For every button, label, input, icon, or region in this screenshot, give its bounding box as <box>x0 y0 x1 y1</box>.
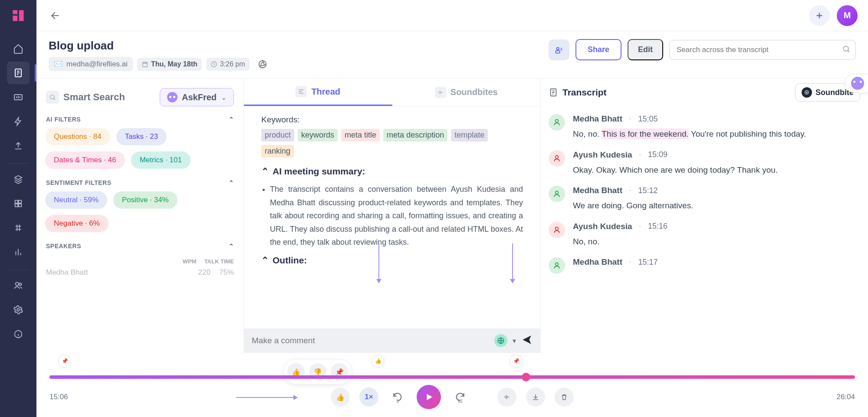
tab-thread[interactable]: Thread <box>244 79 392 106</box>
filter-metrics[interactable]: Metrics · 101 <box>131 151 191 169</box>
speakers-header[interactable]: SPEAKERS⌃ <box>44 240 236 255</box>
comment-bar: ▾ <box>244 328 540 353</box>
forward-button[interactable]: 15 <box>450 387 470 407</box>
annotation-arrow <box>378 243 379 282</box>
download-button[interactable] <box>526 387 545 407</box>
assistant-float-button[interactable] <box>845 74 868 93</box>
sentiment-header[interactable]: SENTIMENT FILTERS⌃ <box>44 177 236 191</box>
nav-layers[interactable] <box>7 168 30 190</box>
keyword[interactable]: meta title <box>341 129 380 141</box>
speaker-name: Medha Bhatt <box>573 114 622 124</box>
keyword[interactable]: meta description <box>383 129 447 141</box>
svg-point-7 <box>19 283 22 286</box>
keyword[interactable]: product <box>261 129 294 141</box>
askfred-button[interactable]: AskFred ⌄ <box>160 88 234 106</box>
nav-apps[interactable] <box>7 192 30 215</box>
transcript-row[interactable]: Medha Bhatt·15:17 <box>549 257 860 274</box>
new-button[interactable] <box>809 5 830 26</box>
pin-marker[interactable]: 📌 <box>58 355 71 368</box>
thumbs-button[interactable]: 👍 <box>331 387 350 407</box>
chevron-down-icon[interactable]: ▾ <box>513 337 516 345</box>
timestamp[interactable]: 15:16 <box>648 222 667 231</box>
play-button[interactable] <box>417 385 441 409</box>
nav-settings[interactable] <box>7 299 30 321</box>
sentiment-positive[interactable]: Positive · 34% <box>113 191 178 209</box>
svg-point-22 <box>556 191 559 194</box>
nav-recordings[interactable] <box>7 86 30 108</box>
speaker-row[interactable]: Medha Bhatt 22075% <box>44 266 236 279</box>
ai-filters-header[interactable]: AI FILTERS⌃ <box>44 113 236 128</box>
nav-notes[interactable] <box>7 62 30 84</box>
summary-text: The transcript contains a conversation b… <box>270 183 523 249</box>
tab-soundbites[interactable]: Soundbites <box>392 79 541 106</box>
participants-button[interactable] <box>549 39 569 60</box>
svg-point-13 <box>261 62 264 66</box>
svg-rect-10 <box>143 62 148 67</box>
filter-dates[interactable]: Dates & Times · 46 <box>45 151 125 169</box>
outline-header[interactable]: ⌃Outline: <box>261 255 523 266</box>
timestamp[interactable]: 15:12 <box>638 186 658 195</box>
user-avatar[interactable]: M <box>837 5 858 26</box>
transcript-row[interactable]: Ayush Kudesia·15:16No, no. <box>549 222 860 248</box>
soundbite-icon: ⦾ <box>802 87 812 98</box>
nav-analytics[interactable] <box>7 241 30 263</box>
nav-team[interactable] <box>7 274 30 297</box>
transcript-search-input[interactable] <box>669 40 856 60</box>
sidebar <box>0 0 36 417</box>
keywords-label: Keywords: <box>261 115 523 125</box>
topbar: M <box>36 0 868 31</box>
delete-button[interactable] <box>555 387 574 407</box>
transcript-text: We are doing. Gong alternatives. <box>573 200 860 212</box>
chrome-icon[interactable] <box>256 58 269 70</box>
keyword[interactable]: template <box>451 129 488 141</box>
transcript-panel: Transcript ⦾Soundbite Medha Bhatt·15:05N… <box>541 78 868 353</box>
timeline[interactable] <box>49 375 855 379</box>
transcript-row[interactable]: Ayush Kudesia·15:09Okay. Okay. Which one… <box>549 150 860 177</box>
soundbites-icon <box>435 87 446 98</box>
speaker-avatar <box>549 150 565 167</box>
edit-button[interactable]: Edit <box>628 39 663 60</box>
keyword[interactable]: keywords <box>298 129 338 141</box>
send-button[interactable] <box>521 334 533 347</box>
svg-point-21 <box>556 155 559 158</box>
timestamp[interactable]: 15:05 <box>638 115 658 124</box>
speed-button[interactable]: 1× <box>359 387 378 407</box>
sentiment-neutral[interactable]: Neutral · 59% <box>45 191 107 209</box>
annotation-arrow <box>512 243 513 282</box>
transcript-row[interactable]: Medha Bhatt·15:12We are doing. Gong alte… <box>549 186 860 212</box>
transcript-text: Okay. Okay. Which one are we doing today… <box>573 164 860 177</box>
keyword[interactable]: ranking <box>261 145 294 158</box>
nav-bolt[interactable] <box>7 110 30 133</box>
visibility-button[interactable] <box>494 334 507 347</box>
timestamp[interactable]: 15:17 <box>638 258 658 267</box>
chevron-up-icon: ⌃ <box>229 243 234 250</box>
rewind-button[interactable]: 5 <box>388 387 407 407</box>
pin-marker[interactable]: 📌 <box>510 355 523 368</box>
transcript-row[interactable]: Medha Bhatt·15:05No, no. This is for the… <box>549 114 860 141</box>
filter-tasks[interactable]: Tasks · 23 <box>116 128 167 145</box>
share-button[interactable]: Share <box>575 39 621 60</box>
timestamp[interactable]: 15:09 <box>648 150 667 159</box>
nav-topics[interactable] <box>7 217 30 239</box>
owner-email[interactable]: ✉️medha@fireflies.ai <box>49 57 133 71</box>
nav-info[interactable] <box>7 323 30 345</box>
header: Blog upload ✉️medha@fireflies.ai Thu, Ma… <box>36 31 868 76</box>
thread-icon <box>296 86 307 97</box>
nav-home[interactable] <box>7 37 30 60</box>
summary-header[interactable]: ⌃AI meeting summary: <box>261 166 523 177</box>
transcript-title: Transcript <box>549 87 607 98</box>
chevron-up-icon: ⌃ <box>261 166 269 177</box>
sentiment-negative[interactable]: Negative · 6% <box>45 215 108 232</box>
svg-rect-4 <box>15 204 18 207</box>
filter-questions[interactable]: Questions · 84 <box>45 128 110 145</box>
comment-input[interactable] <box>252 336 489 345</box>
speaker-avatar <box>549 186 565 202</box>
nav-upload[interactable] <box>7 135 30 157</box>
thumbs-marker[interactable]: 👍 <box>372 355 385 368</box>
thread-panel: Thread Soundbites Keywords: product keyw… <box>244 78 541 353</box>
logo[interactable] <box>10 7 27 24</box>
waveform-button[interactable] <box>497 387 516 407</box>
playhead[interactable] <box>522 373 530 381</box>
back-button[interactable] <box>47 7 64 24</box>
svg-point-6 <box>16 282 19 286</box>
